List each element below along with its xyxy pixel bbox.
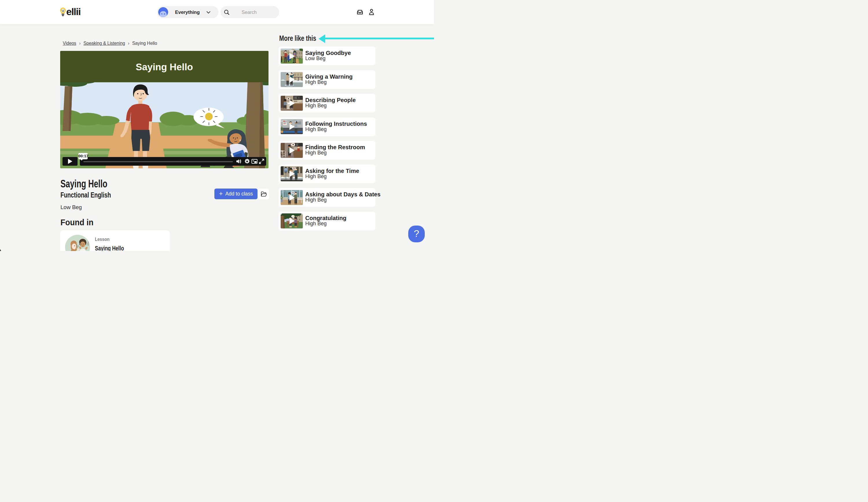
svg-text:Saying Hello: Saying Hello xyxy=(136,62,193,72)
